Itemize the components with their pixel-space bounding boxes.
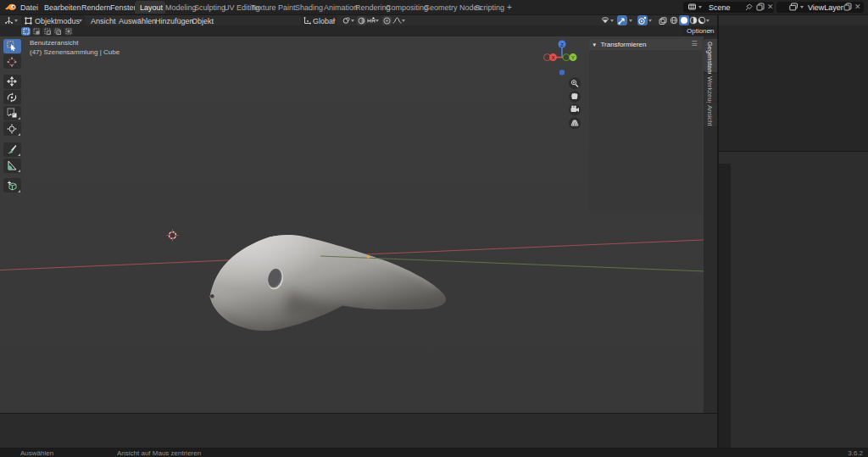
- svg-text:X: X: [551, 55, 554, 60]
- svg-text:Y: Y: [571, 55, 575, 60]
- svg-text:Z: Z: [560, 42, 564, 47]
